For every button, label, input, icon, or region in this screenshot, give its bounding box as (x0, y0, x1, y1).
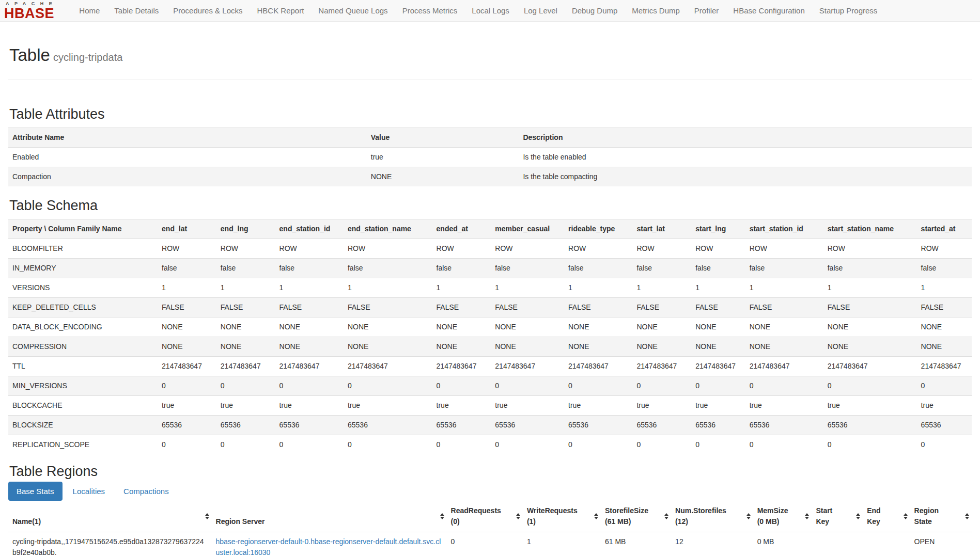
regions-tab-base-stats[interactable]: Base Stats (8, 482, 63, 501)
schema-value-end-lng: 0 (216, 376, 275, 396)
attribute-value: NONE (367, 167, 519, 187)
nav-item-log-level[interactable]: Log Level (517, 1, 565, 21)
schema-value-end-station-id: NONE (275, 337, 344, 357)
schema-col-family-end-station-name: end_station_name (344, 219, 432, 239)
sort-icon[interactable] (516, 513, 520, 519)
schema-value-started-at: 0 (917, 376, 972, 396)
schema-value-end-lat: 2147483647 (158, 357, 216, 376)
nav-item-named-queue-logs[interactable]: Named Queue Logs (311, 1, 395, 21)
attributes-col-description: Description (519, 128, 972, 148)
schema-value-end-lat: NONE (158, 317, 216, 337)
schema-property-name: BLOCKSIZE (8, 416, 158, 435)
sort-icon[interactable] (904, 513, 908, 519)
schema-property-name: DATA_BLOCK_ENCODING (8, 317, 158, 337)
schema-value-start-station-id: false (745, 259, 823, 278)
nav-item-home[interactable]: Home (72, 1, 107, 21)
regions-col-region-state[interactable]: Region State (910, 501, 972, 532)
schema-col-family-start-station-name: start_station_name (823, 219, 917, 239)
region-end-key (863, 532, 910, 556)
sort-icon[interactable] (805, 513, 809, 519)
sort-icon[interactable] (965, 513, 969, 519)
hbase-logo[interactable]: APACHE HBASE (4, 2, 57, 20)
regions-col-start-key[interactable]: Start Key (812, 501, 863, 532)
sort-icon[interactable] (664, 513, 668, 519)
schema-value-end-lat: 65536 (158, 416, 216, 435)
nav-item-metrics-dump[interactable]: Metrics Dump (625, 1, 687, 21)
schema-value-started-at: 0 (917, 435, 972, 455)
schema-col-property: Property \ Column Family Name (8, 219, 158, 239)
region-region-state: OPEN (910, 532, 972, 556)
schema-value-start-station-id: FALSE (745, 298, 823, 317)
schema-value-start-lat: NONE (632, 317, 691, 337)
schema-value-start-lat: 1 (632, 278, 691, 298)
schema-value-start-station-id: 0 (745, 376, 823, 396)
schema-value-ended-at: false (432, 259, 491, 278)
schema-value-end-lng: ROW (216, 239, 275, 259)
schema-row-versions: VERSIONS111111111111 (8, 278, 972, 298)
schema-row-blockcache: BLOCKCACHEtruetruetruetruetruetruetruetr… (8, 396, 972, 416)
schema-value-member-casual: 2147483647 (491, 357, 564, 376)
schema-value-start-station-name: 0 (823, 376, 917, 396)
schema-row-keep-deleted-cells: KEEP_DELETED_CELLSFALSEFALSEFALSEFALSEFA… (8, 298, 972, 317)
nav-item-table-details[interactable]: Table Details (107, 1, 166, 21)
schema-value-rideable-type: false (564, 259, 632, 278)
attribute-name: Compaction (8, 167, 367, 187)
region-storefile-size: 61 MB (601, 532, 671, 556)
schema-value-started-at: true (917, 396, 972, 416)
schema-value-end-station-id: 0 (275, 376, 344, 396)
sort-icon[interactable] (746, 513, 751, 519)
regions-tab-compactions[interactable]: Compactions (115, 482, 177, 501)
schema-property-name: BLOCKCACHE (8, 396, 158, 416)
regions-col-storefilesize-61-mb[interactable]: StorefileSize (61 MB) (601, 501, 671, 532)
nav-item-profiler[interactable]: Profiler (687, 1, 726, 21)
regions-tab-localities[interactable]: Localities (65, 482, 114, 501)
schema-value-end-lng: 2147483647 (216, 357, 275, 376)
schema-value-end-lng: 65536 (216, 416, 275, 435)
schema-col-family-rideable-type: rideable_type (564, 219, 632, 239)
regions-col-readrequests-0[interactable]: ReadRequests (0) (447, 501, 523, 532)
page-header: Tablecycling-tripdata (8, 22, 972, 80)
schema-value-end-lat: 0 (158, 376, 216, 396)
nav-item-process-metrics[interactable]: Process Metrics (395, 1, 465, 21)
regions-col-end-key[interactable]: End Key (863, 501, 910, 532)
regions-col-region-server[interactable]: Region Server (212, 501, 447, 532)
schema-value-start-station-id: NONE (745, 337, 823, 357)
sort-icon[interactable] (856, 513, 860, 519)
schema-value-start-station-name: NONE (823, 317, 917, 337)
schema-property-name: IN_MEMORY (8, 259, 158, 278)
schema-value-end-station-name: 0 (344, 376, 432, 396)
regions-col-memsize-0-mb[interactable]: MemSize (0 MB) (753, 501, 812, 532)
schema-value-end-station-name: false (344, 259, 432, 278)
regions-col-writerequests-1[interactable]: WriteRequests (1) (523, 501, 601, 532)
nav-item-procedures-locks[interactable]: Procedures & Locks (166, 1, 250, 21)
regions-col-num-storefiles-12[interactable]: Num.Storefiles (12) (671, 501, 753, 532)
nav-item-hbck-report[interactable]: HBCK Report (250, 1, 311, 21)
schema-value-start-station-name: ROW (823, 239, 917, 259)
region-server-link[interactable]: hbase-regionserver-default-0.hbase-regio… (216, 537, 441, 556)
schema-row-compression: COMPRESSIONNONENONENONENONENONENONENONEN… (8, 337, 972, 357)
schema-row-bloomfilter: BLOOMFILTERROWROWROWROWROWROWROWROWROWRO… (8, 239, 972, 259)
schema-value-end-lat: false (158, 259, 216, 278)
nav-item-debug-dump[interactable]: Debug Dump (565, 1, 625, 21)
nav-item-local-logs[interactable]: Local Logs (464, 1, 517, 21)
schema-value-start-station-id: 0 (745, 435, 823, 455)
schema-value-rideable-type: FALSE (564, 298, 632, 317)
nav-item-startup-progress[interactable]: Startup Progress (812, 1, 885, 21)
nav-item-hbase-configuration[interactable]: HBase Configuration (726, 1, 812, 21)
schema-property-name: VERSIONS (8, 278, 158, 298)
sort-icon[interactable] (594, 513, 598, 519)
schema-value-rideable-type: NONE (564, 337, 632, 357)
schema-value-end-lat: ROW (158, 239, 216, 259)
regions-col-name-1[interactable]: Name(1) (8, 501, 212, 532)
schema-value-ended-at: 0 (432, 376, 491, 396)
schema-value-end-lat: true (158, 396, 216, 416)
schema-value-started-at: ROW (917, 239, 972, 259)
schema-value-start-lng: true (691, 396, 745, 416)
schema-row-min-versions: MIN_VERSIONS000000000000 (8, 376, 972, 396)
schema-value-member-casual: NONE (491, 337, 564, 357)
schema-value-started-at: NONE (917, 337, 972, 357)
sort-icon[interactable] (205, 513, 209, 519)
region-mem-size: 0 MB (753, 532, 812, 556)
schema-value-start-station-id: 65536 (745, 416, 823, 435)
sort-icon[interactable] (440, 513, 444, 519)
